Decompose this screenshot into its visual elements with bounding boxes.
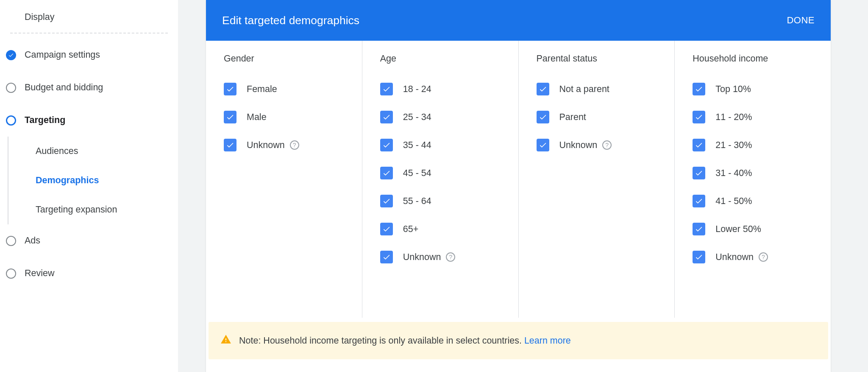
checkbox-icon[interactable] xyxy=(224,139,236,151)
checkbox-label: Male xyxy=(247,112,267,123)
radio-current-icon xyxy=(6,115,16,126)
column-header: Gender xyxy=(224,53,345,64)
warning-icon xyxy=(220,334,231,347)
checkbox-icon[interactable] xyxy=(693,251,705,263)
checkbox-row[interactable]: 31 - 40% xyxy=(693,167,814,179)
checkbox-icon[interactable] xyxy=(537,83,549,95)
checkbox-icon[interactable] xyxy=(693,139,705,151)
sidebar-divider xyxy=(10,33,168,34)
column-gender: Gender FemaleMaleUnknown? xyxy=(206,41,362,318)
checkbox-icon[interactable] xyxy=(537,111,549,123)
panel-title: Edit targeted demographics xyxy=(222,14,359,27)
check-circle-icon xyxy=(6,50,16,60)
checkbox-icon[interactable] xyxy=(693,195,705,207)
column-header: Household income xyxy=(693,53,814,64)
checkbox-icon[interactable] xyxy=(380,83,393,95)
nav-sub-line xyxy=(8,137,8,224)
checkbox-row[interactable]: 55 - 64 xyxy=(380,195,501,207)
column-income: Household income Top 10%11 - 20%21 - 30%… xyxy=(675,41,831,318)
help-icon[interactable]: ? xyxy=(759,252,768,262)
checkbox-label: Unknown xyxy=(247,140,285,151)
help-icon[interactable]: ? xyxy=(446,252,455,262)
checkbox-label: Top 10% xyxy=(715,84,751,95)
checkbox-icon[interactable] xyxy=(693,111,705,123)
nav-sub-targeting: Audiences Demographics Targeting expansi… xyxy=(0,137,178,224)
sidebar-section-display[interactable]: Display xyxy=(0,6,178,33)
checkbox-icon[interactable] xyxy=(693,167,705,179)
nav-item-targeting[interactable]: Targeting xyxy=(0,104,178,137)
checkbox-icon[interactable] xyxy=(380,223,393,235)
nav-label: Targeting xyxy=(25,115,65,126)
checkbox-icon[interactable] xyxy=(537,139,549,151)
checkbox-label: 45 - 54 xyxy=(403,168,431,179)
checkbox-label: 65+ xyxy=(403,224,418,235)
checkbox-row[interactable]: 11 - 20% xyxy=(693,111,814,123)
checkbox-icon[interactable] xyxy=(693,223,705,235)
checkbox-row[interactable]: Unknown? xyxy=(224,139,345,151)
checkbox-icon[interactable] xyxy=(380,167,393,179)
right-spacer xyxy=(856,0,868,372)
checkbox-icon[interactable] xyxy=(224,83,236,95)
nav-label: Ads xyxy=(25,235,40,246)
checkbox-row[interactable]: Male xyxy=(224,111,345,123)
checkbox-row[interactable]: Unknown? xyxy=(380,251,501,263)
checkbox-icon[interactable] xyxy=(380,195,393,207)
nav-label: Audiences xyxy=(36,146,78,157)
nav-item-audiences[interactable]: Audiences xyxy=(14,137,178,166)
checkbox-icon[interactable] xyxy=(380,111,393,123)
checkbox-row[interactable]: 35 - 44 xyxy=(380,139,501,151)
checkbox-label: 18 - 24 xyxy=(403,84,431,95)
columns: Gender FemaleMaleUnknown? Age 18 - 2425 … xyxy=(206,41,831,318)
checkbox-label: Lower 50% xyxy=(715,224,761,235)
checkbox-icon[interactable] xyxy=(380,251,393,263)
radio-icon xyxy=(6,269,16,279)
done-button[interactable]: DONE xyxy=(787,15,815,26)
checkbox-label: Not a parent xyxy=(559,84,609,95)
checkbox-row[interactable]: Parent xyxy=(537,111,658,123)
note-text: Note: Household income targeting is only… xyxy=(239,336,522,346)
checkbox-row[interactable]: 25 - 34 xyxy=(380,111,501,123)
checkbox-icon[interactable] xyxy=(224,111,236,123)
checkbox-label: 55 - 64 xyxy=(403,196,431,207)
nav-item-demographics[interactable]: Demographics xyxy=(14,166,178,195)
column-header: Age xyxy=(380,53,501,64)
nav-item-campaign-settings[interactable]: Campaign settings xyxy=(0,39,178,71)
checkbox-row[interactable]: Not a parent xyxy=(537,83,658,95)
help-icon[interactable]: ? xyxy=(602,140,612,150)
checkbox-row[interactable]: 41 - 50% xyxy=(693,195,814,207)
nav-item-targeting-expansion[interactable]: Targeting expansion xyxy=(14,195,178,224)
checkbox-row[interactable]: 65+ xyxy=(380,223,501,235)
checkbox-row[interactable]: Lower 50% xyxy=(693,223,814,235)
nav-label: Budget and bidding xyxy=(25,82,103,93)
learn-more-link[interactable]: Learn more xyxy=(524,336,571,346)
checkbox-label: 31 - 40% xyxy=(715,168,752,179)
checkbox-row[interactable]: 45 - 54 xyxy=(380,167,501,179)
checkbox-label: 11 - 20% xyxy=(715,112,752,123)
checkbox-row[interactable]: Top 10% xyxy=(693,83,814,95)
nav-item-review[interactable]: Review xyxy=(0,257,178,290)
column-age: Age 18 - 2425 - 3435 - 4445 - 5455 - 646… xyxy=(362,41,519,318)
checkbox-icon[interactable] xyxy=(380,139,393,151)
checkbox-label: 35 - 44 xyxy=(403,140,431,151)
nav-item-ads[interactable]: Ads xyxy=(0,224,178,257)
note-bar: Note: Household income targeting is only… xyxy=(209,322,828,359)
panel-header: Edit targeted demographics DONE xyxy=(206,0,831,41)
checkbox-label: Parent xyxy=(559,112,586,123)
nav-label: Targeting expansion xyxy=(36,204,117,215)
checkbox-icon[interactable] xyxy=(693,83,705,95)
checkbox-label: 21 - 30% xyxy=(715,140,752,151)
checkbox-row[interactable]: 18 - 24 xyxy=(380,83,501,95)
nav-label: Review xyxy=(25,268,55,279)
nav-item-budget-bidding[interactable]: Budget and bidding xyxy=(0,71,178,104)
checkbox-row[interactable]: Unknown? xyxy=(693,251,814,263)
checkbox-label: 41 - 50% xyxy=(715,196,752,207)
checkbox-row[interactable]: Unknown? xyxy=(537,139,658,151)
checkbox-label: Unknown xyxy=(403,252,441,263)
help-icon[interactable]: ? xyxy=(290,140,299,150)
checkbox-row[interactable]: 21 - 30% xyxy=(693,139,814,151)
checkbox-label: Female xyxy=(247,84,277,95)
nav-label: Campaign settings xyxy=(25,50,100,60)
checkbox-label: Unknown xyxy=(559,140,598,151)
radio-icon xyxy=(6,83,16,93)
checkbox-row[interactable]: Female xyxy=(224,83,345,95)
